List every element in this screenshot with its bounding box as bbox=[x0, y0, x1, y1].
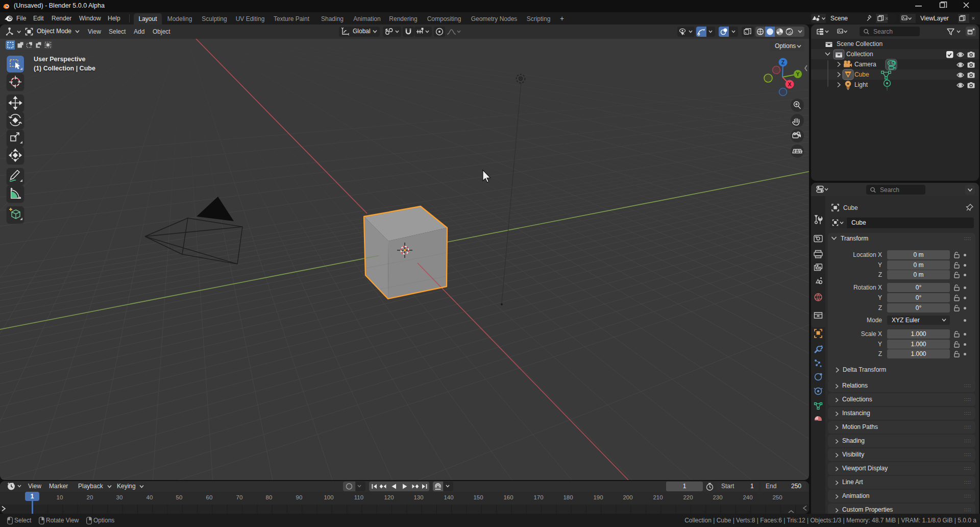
svg-text:120: 120 bbox=[384, 494, 394, 500]
svg-text:30: 30 bbox=[116, 494, 123, 500]
svg-text:110: 110 bbox=[354, 494, 363, 500]
svg-text:80: 80 bbox=[266, 494, 273, 500]
svg-text:X: X bbox=[788, 81, 791, 87]
svg-text:100: 100 bbox=[324, 494, 333, 500]
svg-text:170: 170 bbox=[533, 494, 543, 500]
svg-text:250: 250 bbox=[772, 494, 782, 500]
svg-text:190: 190 bbox=[593, 494, 603, 500]
svg-text:150: 150 bbox=[473, 494, 483, 500]
svg-text:220: 220 bbox=[683, 494, 693, 500]
svg-text:210: 210 bbox=[653, 494, 663, 500]
svg-text:Z: Z bbox=[781, 59, 785, 65]
svg-text:200: 200 bbox=[623, 494, 632, 500]
svg-text:50: 50 bbox=[176, 494, 183, 500]
svg-text:90: 90 bbox=[296, 494, 303, 500]
svg-text:20: 20 bbox=[87, 494, 93, 500]
svg-text:130: 130 bbox=[413, 494, 423, 500]
svg-text:Y: Y bbox=[796, 71, 799, 77]
svg-text:60: 60 bbox=[206, 494, 213, 500]
svg-text:240: 240 bbox=[743, 494, 752, 500]
svg-text:140: 140 bbox=[444, 494, 453, 500]
svg-text:230: 230 bbox=[713, 494, 722, 500]
svg-text:40: 40 bbox=[146, 494, 153, 500]
svg-text:10: 10 bbox=[57, 494, 63, 500]
svg-text:160: 160 bbox=[503, 494, 513, 500]
svg-text:70: 70 bbox=[236, 494, 243, 500]
svg-text:180: 180 bbox=[563, 494, 573, 500]
